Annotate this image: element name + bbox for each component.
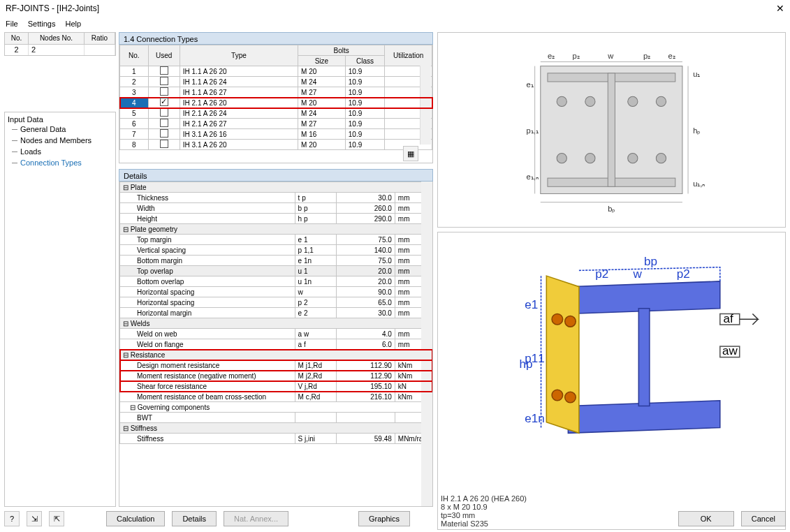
plate-diagram: e₂ p₂ w p₂ e₂ e₁ p₁,₁ e₁,ₙ u₁ hₚ u₁,ₙ bₚ xyxy=(437,32,786,228)
case-row[interactable]: 2 2 xyxy=(4,45,116,56)
detail-row[interactable]: Heighth p290.0mm xyxy=(120,214,432,224)
svg-text:e₂: e₂ xyxy=(668,52,675,60)
svg-text:hp: hp xyxy=(519,357,532,371)
detail-row[interactable]: ⊟ Stiffness xyxy=(120,423,432,434)
svg-text:p₂: p₂ xyxy=(573,52,580,60)
import-icon[interactable]: ⇱ xyxy=(49,511,64,526)
details-button[interactable]: Details xyxy=(172,511,217,526)
menu-settings[interactable]: Settings xyxy=(28,20,56,28)
used-checkbox[interactable] xyxy=(160,108,168,117)
svg-point-7 xyxy=(656,96,666,106)
connection-row[interactable]: 7IH 3.1 A 26 16M 1610.9 xyxy=(120,129,432,140)
detail-row[interactable]: Thicknesst p30.0mm xyxy=(120,193,432,203)
svg-point-6 xyxy=(628,96,638,106)
ok-button[interactable]: OK xyxy=(678,511,734,526)
used-checkbox[interactable] xyxy=(160,129,168,138)
detail-row[interactable]: ⊟ Welds xyxy=(120,318,432,329)
svg-marker-31 xyxy=(546,276,579,433)
graphics-button[interactable]: Graphics xyxy=(358,511,410,526)
svg-rect-3 xyxy=(608,73,615,187)
detail-row[interactable]: Design moment resistanceM j1,Rd112.90kNm xyxy=(120,360,432,371)
filter-icon[interactable]: ▦ xyxy=(403,146,418,161)
svg-text:hₚ: hₚ xyxy=(693,126,701,135)
detail-row[interactable]: ⊟ Resistance xyxy=(120,350,432,360)
detail-row[interactable]: Top margine 175.0mm xyxy=(120,235,432,245)
menu-file[interactable]: File xyxy=(6,20,18,28)
used-checkbox[interactable] xyxy=(160,140,168,148)
detail-row[interactable]: Weld on flangea f6.0mm xyxy=(120,339,432,350)
tree-item[interactable]: Loads xyxy=(8,146,112,157)
svg-point-35 xyxy=(565,392,576,403)
used-checkbox[interactable] xyxy=(160,77,168,85)
menu-help[interactable]: Help xyxy=(65,20,81,28)
svg-point-11 xyxy=(656,154,666,163)
close-icon[interactable]: ✕ xyxy=(776,3,784,14)
svg-text:bₚ: bₚ xyxy=(608,205,615,213)
scrollbar[interactable] xyxy=(421,182,432,506)
detail-row[interactable]: Shear force resistanceV j,Rd195.10kN xyxy=(120,381,432,392)
svg-point-32 xyxy=(552,313,563,325)
svg-point-9 xyxy=(585,154,595,163)
connection-row[interactable]: 5IH 2.1 A 26 24M 2410.9 xyxy=(120,108,432,119)
detail-row[interactable]: Top overlapu 120.0mm xyxy=(120,266,432,276)
svg-text:e₂: e₂ xyxy=(548,52,555,60)
window-title: RF-JOINTS - [IH2-Joints] xyxy=(6,3,776,13)
render-view[interactable]: bp p2 w p2 e1 p11 hp e1n af aw xyxy=(437,232,786,530)
svg-point-5 xyxy=(585,96,595,106)
detail-row[interactable]: Vertical spacingp 1,1140.0mm xyxy=(120,245,432,256)
detail-row[interactable]: Moment resistance (negative moment)M j2,… xyxy=(120,371,432,381)
svg-point-10 xyxy=(628,154,638,163)
tree-item[interactable]: General Data xyxy=(8,124,112,135)
detail-row[interactable]: Weld on weba w4.0mm xyxy=(120,329,432,339)
used-checkbox[interactable] xyxy=(160,98,168,106)
svg-text:p2: p2 xyxy=(677,267,690,281)
tree-root[interactable]: Input Data xyxy=(8,115,112,124)
used-checkbox[interactable] xyxy=(160,66,168,75)
connection-row[interactable]: 4IH 2.1 A 26 20M 2010.9 xyxy=(120,98,432,108)
detail-row[interactable]: Horizontal spacingw90.0mm xyxy=(120,287,432,297)
tree-item[interactable]: Connection Types xyxy=(8,157,112,168)
used-checkbox[interactable] xyxy=(160,87,168,96)
details-table[interactable]: ⊟ PlateThicknesst p30.0mmWidthb p260.0mm… xyxy=(119,182,432,444)
detail-row[interactable]: Bottom overlapu 1n20.0mm xyxy=(120,276,432,287)
details-title: Details xyxy=(119,169,433,182)
svg-point-4 xyxy=(557,96,566,106)
connection-row[interactable]: 8IH 3.1 A 26 20M 2010.9 xyxy=(120,140,432,150)
svg-text:bp: bp xyxy=(644,255,657,268)
svg-text:af: af xyxy=(723,312,733,325)
detail-row[interactable]: Moment resistance of beam cross-sectionM… xyxy=(120,392,432,402)
tree-item[interactable]: Nodes and Members xyxy=(8,135,112,146)
connection-row[interactable]: 3IH 1.1 A 26 27M 2710.9 xyxy=(120,87,432,98)
connection-table[interactable]: No. Used Type Bolts Utilization Size Cla… xyxy=(119,45,432,150)
detail-row[interactable]: BWT xyxy=(120,413,432,423)
svg-text:e1: e1 xyxy=(525,298,538,311)
export-icon[interactable]: ⇲ xyxy=(27,511,42,526)
detail-row[interactable]: Widthb p260.0mm xyxy=(120,203,432,214)
natannex-button[interactable]: Nat. Annex... xyxy=(224,511,288,526)
svg-marker-30 xyxy=(638,309,650,406)
case-list-header: No. Nodes No. Ratio xyxy=(4,32,116,45)
detail-row[interactable]: Horizontal spacingp 265.0mm xyxy=(120,297,432,308)
used-checkbox[interactable] xyxy=(160,119,168,127)
connection-row[interactable]: 6IH 2.1 A 26 27M 2710.9 xyxy=(120,119,432,129)
svg-text:p2: p2 xyxy=(595,267,608,281)
help-icon[interactable]: ? xyxy=(4,511,20,526)
detail-row[interactable]: Bottom margine 1n75.0mm xyxy=(120,256,432,266)
detail-row[interactable]: ⊟ Plate geometry xyxy=(120,224,432,235)
connection-row[interactable]: 2IH 1.1 A 26 24M 2410.9 xyxy=(120,77,432,87)
cancel-button[interactable]: Cancel xyxy=(741,511,786,526)
nav-tree: Input Data General DataNodes and Members… xyxy=(4,112,116,507)
detail-row[interactable]: ⊟ Plate xyxy=(120,182,432,193)
svg-text:u₁: u₁ xyxy=(693,70,700,78)
detail-row[interactable]: Horizontal margine 230.0mm xyxy=(120,308,432,318)
svg-text:u₁,ₙ: u₁,ₙ xyxy=(693,179,705,188)
svg-point-8 xyxy=(557,154,566,163)
detail-row[interactable]: ⊟ Governing components xyxy=(120,402,432,413)
svg-text:w: w xyxy=(607,52,614,60)
svg-text:p₂: p₂ xyxy=(643,52,650,60)
connection-row[interactable]: 1IH 1.1 A 26 20M 2010.9 xyxy=(120,66,432,77)
calc-button[interactable]: Calculation xyxy=(106,511,165,526)
detail-row[interactable]: StiffnessS j,ini59.48MNm/ra xyxy=(120,434,432,444)
svg-text:p₁,₁: p₁,₁ xyxy=(527,126,539,135)
svg-point-34 xyxy=(552,390,563,401)
